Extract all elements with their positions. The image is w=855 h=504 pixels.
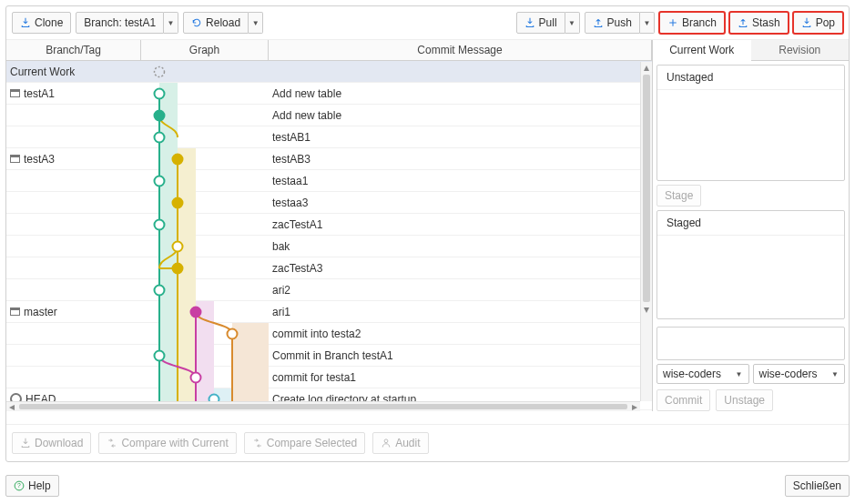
graph-cell [141,301,269,323]
branch-ref: master [24,306,57,318]
rows: Current WorktestA1Add new tableAdd new t… [6,61,652,411]
table-row[interactable]: zacTestA3 [6,257,652,279]
stage-button[interactable]: Stage [657,185,701,207]
unstaged-header: Unstaged [657,66,844,90]
commit-message: ari1 [269,306,652,318]
push-dropdown[interactable]: ▼ [640,12,655,34]
monitor-icon [10,307,20,316]
table-row[interactable]: masterari1 [6,301,652,323]
reload-button[interactable]: Reload [183,12,249,34]
commit-message-box[interactable] [657,327,845,360]
tab-current-work[interactable]: Current Work [653,40,751,61]
commit-message: testAB1 [269,131,652,144]
table-row[interactable]: testAB1 [6,126,652,148]
git-panel: Clone Branch: testA1 ▼ Reload ▼ Pull ▼ P… [5,5,850,462]
commit-message: testaa1 [269,175,652,187]
unstaged-box: Unstaged [657,65,845,181]
commit-message: zacTestA1 [269,218,652,231]
table-row[interactable]: zacTestA1 [6,214,652,236]
compare-current-button[interactable]: Compare with Current [98,432,236,454]
graph-cell [141,170,269,192]
table-row[interactable]: bak [6,236,652,257]
graph-cell [141,61,269,83]
branch-ref: testA1 [24,87,55,100]
unstage-button[interactable]: Unstage [716,389,773,411]
table-row[interactable]: testA1Add new table [6,83,652,105]
scroll-thumb[interactable] [643,75,650,302]
compare-icon [107,438,117,449]
pop-button[interactable]: Pop [793,12,843,34]
graph-cell [141,192,269,214]
compare-selected-button[interactable]: Compare Selected [244,432,365,454]
table-row[interactable]: testA3testAB3 [6,148,652,170]
footer-toolbar: Download Compare with Current Compare Se… [6,424,849,461]
stash-button[interactable]: Stash [729,12,789,34]
commit-message: testAB3 [269,153,652,166]
plus-icon [667,17,678,28]
close-button[interactable]: Schließen [785,475,850,497]
pull-button[interactable]: Pull [516,12,565,34]
committer-select[interactable]: wise-coders▼ [753,364,846,384]
commit-message: Commit in Branch testA1 [269,349,652,362]
col-msg[interactable]: Commit Message [269,40,652,60]
download-icon [801,17,812,28]
reload-group: Reload ▼ [183,12,263,34]
author-select[interactable]: wise-coders▼ [657,364,749,384]
table-row[interactable]: ari2 [6,279,652,301]
table-row[interactable]: commit for testa1 [6,367,652,388]
download-icon [524,17,535,28]
monitor-icon [10,89,20,97]
download-icon [20,17,31,28]
table-row[interactable]: Current Work [6,61,652,83]
commit-button[interactable]: Commit [657,389,710,411]
table-row[interactable]: testaa3 [6,192,652,214]
graph-cell [141,257,269,279]
commit-message: commit into testa2 [269,328,652,340]
table-row[interactable]: Commit in Branch testA1 [6,345,652,367]
graph-cell [141,236,269,257]
branch-selector[interactable]: Branch: testA1 [76,12,164,34]
chevron-down-icon: ▼ [736,370,743,378]
branch-selector-dropdown[interactable]: ▼ [164,12,178,34]
branch-ref: testA3 [24,153,55,166]
upload-icon [593,17,604,28]
commit-message: testaa3 [269,197,652,209]
table-row[interactable]: Add new table [6,105,652,126]
scrollbar-vertical[interactable]: ▴ ▾ [640,62,652,401]
graph-cell [141,148,269,170]
table-row[interactable]: testaa1 [6,170,652,192]
branch-button[interactable]: Branch [659,12,725,34]
reload-dropdown[interactable]: ▼ [249,12,263,34]
scroll-thumb[interactable] [19,404,627,409]
audit-button[interactable]: Audit [372,432,428,454]
monitor-icon [10,155,20,163]
scroll-left-icon[interactable]: ◂ [6,402,17,411]
graph-cell [141,214,269,236]
table-row[interactable]: commit into testa2 [6,323,652,345]
chevron-down-icon: ▼ [568,19,575,27]
graph-cell [141,323,269,345]
scroll-up-icon[interactable]: ▴ [641,62,652,73]
commit-message: commit for testa1 [269,371,652,384]
push-button[interactable]: Push [585,12,640,34]
graph-cell [141,105,269,126]
help-button[interactable]: ? Help [5,475,59,497]
clone-button[interactable]: Clone [12,12,71,34]
tab-revision[interactable]: Revision [751,40,850,61]
col-graph[interactable]: Graph [141,40,269,60]
clone-label: Clone [35,16,63,29]
col-branch[interactable]: Branch/Tag [6,40,141,60]
branch-ref: Current Work [10,66,75,78]
branch-selector-group: Branch: testA1 ▼ [76,12,178,34]
pull-dropdown[interactable]: ▼ [565,12,580,34]
scroll-right-icon[interactable]: ▸ [629,402,640,411]
graph-cell [141,83,269,105]
graph-cell [141,279,269,301]
download-button[interactable]: Download [12,432,91,454]
staged-header: Staged [657,211,844,236]
content: Branch/Tag Graph Commit Message Current … [6,40,849,411]
svg-text:?: ? [17,482,21,489]
scrollbar-horizontal[interactable]: ◂ ▸ [6,401,640,411]
scroll-down-icon[interactable]: ▾ [641,304,652,315]
chevron-down-icon: ▼ [831,370,839,378]
